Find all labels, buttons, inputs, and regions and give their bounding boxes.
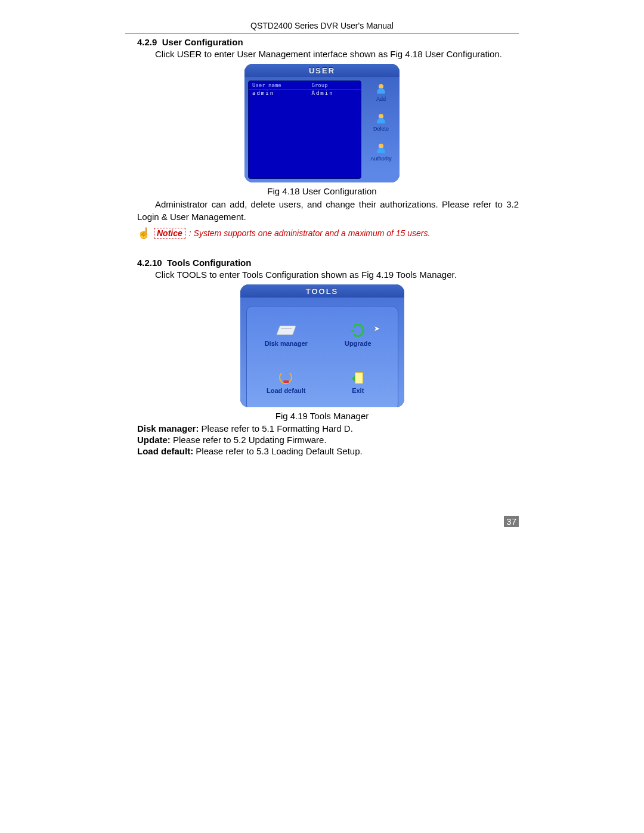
user-window-title: USER <box>244 64 400 77</box>
delete-label: Delete <box>373 126 389 132</box>
header-rule <box>125 33 519 33</box>
s2-paragraph-1: Click TOOLS to enter Tools Configuration… <box>137 269 519 281</box>
page-number: 37 <box>504 516 519 527</box>
section-number: 4.2.9 <box>137 37 157 47</box>
disk-label: Disk manager <box>265 340 308 347</box>
page-number-wrap: 37 <box>125 516 519 527</box>
ref-update-bold: Update: <box>137 435 171 445</box>
add-user-button[interactable]: Add <box>366 83 396 102</box>
ref-disk-bold: Disk manager: <box>137 423 199 433</box>
add-user-icon <box>374 83 388 95</box>
s1-paragraph-2: Administrator can add, delete users, and… <box>137 199 519 223</box>
delete-user-icon <box>374 113 388 125</box>
add-label: Add <box>376 96 386 102</box>
notice-row: ☝ Notice : System supports one administr… <box>137 227 519 240</box>
table-row[interactable]: admin Admin <box>249 89 361 97</box>
authority-label: Authority <box>370 156 392 162</box>
fig-4-18-caption: Fig 4.18 User Configuration <box>125 186 519 196</box>
exit-button[interactable]: Exit <box>349 370 367 394</box>
exit-label: Exit <box>352 387 364 394</box>
authority-button[interactable]: Authority <box>366 143 396 162</box>
section-number: 4.2.10 <box>137 258 162 268</box>
ref-default-bold: Load default: <box>137 446 193 456</box>
cell-username: admin <box>252 90 311 96</box>
tools-window: TOOLS Disk manager Upgrade ➤ Load defaul… <box>240 284 404 407</box>
load-default-icon <box>277 370 295 385</box>
cursor-icon: ➤ <box>374 324 380 333</box>
exit-icon <box>349 370 367 385</box>
ref-update-text: Please refer to 5.2 Updating Firmware. <box>171 435 327 445</box>
section-name: User Configuration <box>162 37 243 47</box>
load-default-button[interactable]: Load default <box>267 370 305 394</box>
tools-window-title: TOOLS <box>240 284 404 298</box>
delete-user-button[interactable]: Delete <box>366 113 396 132</box>
cell-group: Admin <box>311 90 357 96</box>
user-config-window: USER User name Group admin Admin Add <box>244 64 400 182</box>
ref-disk-manager: Disk manager: Please refer to 5.1 Format… <box>137 423 519 433</box>
disk-icon <box>277 323 295 337</box>
upgrade-icon <box>349 323 367 337</box>
ref-update: Update: Please refer to 5.2 Updating Fir… <box>137 435 519 445</box>
s1-paragraph-1: Click USER to enter User Management inte… <box>137 48 519 60</box>
load-default-label: Load default <box>267 387 305 394</box>
ref-load-default: Load default: Please refer to 5.3 Loadin… <box>137 446 519 456</box>
col-group: Group <box>311 82 357 88</box>
upgrade-button[interactable]: Upgrade ➤ <box>345 323 371 347</box>
upgrade-label: Upgrade <box>345 340 371 347</box>
notice-label: Notice <box>154 228 185 239</box>
doc-header: QSTD2400 Series DVR User's Manual <box>125 21 519 30</box>
disk-manager-button[interactable]: Disk manager <box>265 323 308 347</box>
ref-disk-text: Please refer to 5.1 Formatting Hard D. <box>199 423 352 433</box>
user-table: User name Group admin Admin <box>248 80 361 179</box>
authority-icon <box>374 143 388 154</box>
section-name: Tools Configuration <box>167 258 251 268</box>
col-username: User name <box>252 82 311 88</box>
section-4-2-9-title: 4.2.9 User Configuration <box>137 37 519 47</box>
pointing-hand-icon: ☝ <box>137 227 150 240</box>
ref-default-text: Please refer to 5.3 Loading Default Setu… <box>193 446 363 456</box>
fig-4-19-caption: Fig 4.19 Tools Manager <box>125 411 519 421</box>
section-4-2-10-title: 4.2.10 Tools Configuration <box>137 258 519 268</box>
notice-text: : System supports one administrator and … <box>189 228 431 238</box>
